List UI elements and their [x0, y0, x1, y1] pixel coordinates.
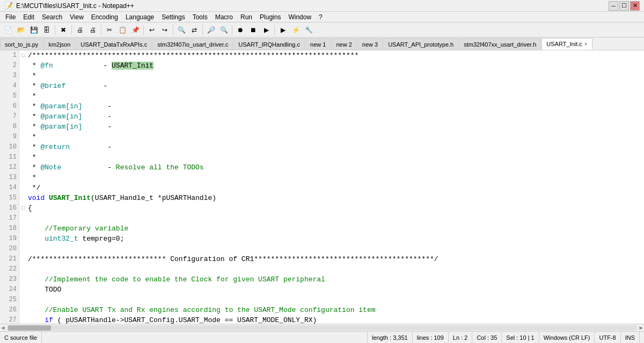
fold-marker-17	[21, 213, 28, 223]
macro-stop-button[interactable]: ⏹	[247, 24, 259, 36]
line-content-5: *	[28, 91, 36, 101]
paste-button[interactable]: 📌	[129, 24, 141, 36]
zoom-out-button[interactable]: 🔍	[218, 24, 230, 36]
tab-stm32f407xx_usart_driver_h[interactable]: stm32f407xx_usart_driver.h	[459, 38, 541, 50]
menu-item-language[interactable]: Language	[122, 13, 157, 21]
line-number-6: 6	[2, 101, 17, 111]
find-button[interactable]: 🔍	[175, 24, 187, 36]
tab-new_3[interactable]: new 3	[357, 38, 383, 50]
line-number-8: 8	[2, 122, 17, 132]
fold-marker-3	[21, 71, 28, 81]
replace-button[interactable]: ⇄	[188, 24, 200, 36]
line-numbers: 1234567891011121314151617181920212223242…	[0, 50, 19, 324]
menu-item-edit[interactable]: Edit	[20, 13, 38, 21]
tab-USART_API_prototype_h[interactable]: USART_API_prototype.h	[383, 38, 458, 50]
line-number-12: 12	[2, 162, 17, 173]
save-all-button[interactable]: 🗄	[41, 24, 53, 36]
menu-item-file[interactable]: File	[2, 13, 19, 21]
close-file-button[interactable]: ✖	[57, 24, 69, 36]
editor-container: 1234567891011121314151617181920212223242…	[0, 50, 644, 324]
menu-item-view[interactable]: View	[67, 13, 87, 21]
fold-marker-8	[21, 122, 28, 132]
line-content-21: /******************************** Config…	[28, 254, 438, 264]
print2-button[interactable]: 🖨	[87, 24, 99, 36]
run3-button[interactable]: 🔧	[303, 24, 314, 36]
line-number-22: 22	[2, 264, 17, 274]
line-number-14: 14	[2, 183, 17, 193]
code-lines: □/**************************************…	[19, 50, 644, 324]
fold-marker-24	[21, 285, 28, 295]
fold-marker-7	[21, 111, 28, 122]
line-content-19: uint32_t tempreg=0;	[28, 234, 124, 244]
line-content-13: *	[28, 173, 36, 183]
macro-play-button[interactable]: ▶	[260, 24, 272, 36]
code-line-21: /******************************** Config…	[21, 254, 644, 264]
fold-marker-5	[21, 91, 28, 101]
run2-button[interactable]: ⚡	[290, 24, 302, 36]
fold-marker-12	[21, 162, 28, 173]
horizontal-scrollbar[interactable]: ◀ ▶	[0, 324, 644, 331]
line-content-10: * @return -	[28, 142, 112, 152]
fold-marker-1[interactable]: □	[21, 50, 28, 61]
tab-label: sort_to_js.py	[5, 41, 38, 48]
menu-item-search[interactable]: Search	[39, 13, 65, 21]
code-line-6: * @param[in] -	[21, 101, 644, 111]
scroll-track[interactable]	[7, 325, 638, 331]
tab-label: new 3	[362, 41, 378, 48]
save-button[interactable]: 💾	[28, 24, 40, 36]
tab-stm32f407io_usart_driver_c[interactable]: stm32f407io_usart_driver.c	[152, 38, 233, 50]
menu-item-macro[interactable]: Macro	[212, 13, 236, 21]
undo-button[interactable]: ↩	[146, 24, 158, 36]
code-line-22	[21, 264, 644, 274]
line-content-26: //Enable USART Tx and Rx engines accordi…	[28, 305, 376, 315]
fold-marker-15	[21, 193, 28, 203]
tab-km2json[interactable]: km2json	[43, 38, 75, 50]
fold-marker-2	[21, 61, 28, 71]
title-bar: 📝 E:\MCUT\files\USART_Init.c - Notepad++…	[0, 0, 644, 12]
sep3	[101, 25, 101, 35]
tab-label: new 1	[310, 41, 326, 48]
scroll-thumb[interactable]	[8, 325, 51, 331]
print-button[interactable]: 🖨	[74, 24, 86, 36]
line-number-10: 10	[2, 142, 17, 152]
fold-marker-22	[21, 264, 28, 274]
menu-item-settings[interactable]: Settings	[158, 13, 188, 21]
macro-record-button[interactable]: ⏺	[235, 24, 246, 36]
menu-item-tools[interactable]: Tools	[189, 13, 211, 21]
code-area[interactable]: □/**************************************…	[19, 50, 644, 324]
window-title: E:\MCUT\files\USART_Init.c - Notepad++	[16, 2, 134, 10]
tab-close-icon[interactable]: ×	[584, 41, 588, 47]
redo-button[interactable]: ↪	[159, 24, 171, 36]
copy-button[interactable]: 📋	[116, 24, 128, 36]
cut-button[interactable]: ✂	[104, 24, 115, 36]
tab-USART_Init_c[interactable]: USART_Init.c×	[541, 38, 592, 50]
line-number-19: 19	[2, 234, 17, 244]
zoom-in-button[interactable]: 🔎	[205, 24, 217, 36]
fold-marker-23	[21, 274, 28, 285]
minimize-button[interactable]: ─	[609, 1, 618, 11]
line-number-20: 20	[2, 244, 17, 254]
line-content-3: *	[28, 71, 36, 81]
menu-item-window[interactable]: Window	[285, 13, 314, 21]
new-button[interactable]: 📄	[2, 24, 14, 36]
menu-item-run[interactable]: Run	[237, 13, 255, 21]
code-line-7: * @param[in] -	[21, 111, 644, 122]
title-bar-controls: ─ ☐ ✕	[609, 1, 640, 11]
tab-label: new 2	[336, 41, 352, 48]
tab-USART_IRQHandling_c[interactable]: USART_IRQHandling.c	[233, 38, 305, 50]
fold-marker-16[interactable]: □	[21, 203, 28, 213]
open-button[interactable]: 📂	[15, 24, 27, 36]
tab-sort_to_js_py[interactable]: sort_to_js.py	[0, 38, 43, 50]
tab-USART_DataTxRxAPIs_c[interactable]: USART_DataTxRxAPIs.c	[76, 38, 152, 50]
maximize-button[interactable]: ☐	[619, 1, 629, 11]
code-line-18: //Temporary variable	[21, 223, 644, 234]
run-button[interactable]: ▶	[277, 24, 289, 36]
menu-bar: FileEditSearchViewEncodingLanguageSettin…	[0, 12, 644, 23]
menu-item-?[interactable]: ?	[316, 13, 326, 21]
close-button[interactable]: ✕	[630, 1, 640, 11]
tab-new_1[interactable]: new 1	[305, 38, 331, 50]
line-number-1: 1	[2, 50, 17, 61]
menu-item-encoding[interactable]: Encoding	[88, 13, 121, 21]
tab-new_2[interactable]: new 2	[331, 38, 356, 50]
menu-item-plugins[interactable]: Plugins	[257, 13, 284, 21]
